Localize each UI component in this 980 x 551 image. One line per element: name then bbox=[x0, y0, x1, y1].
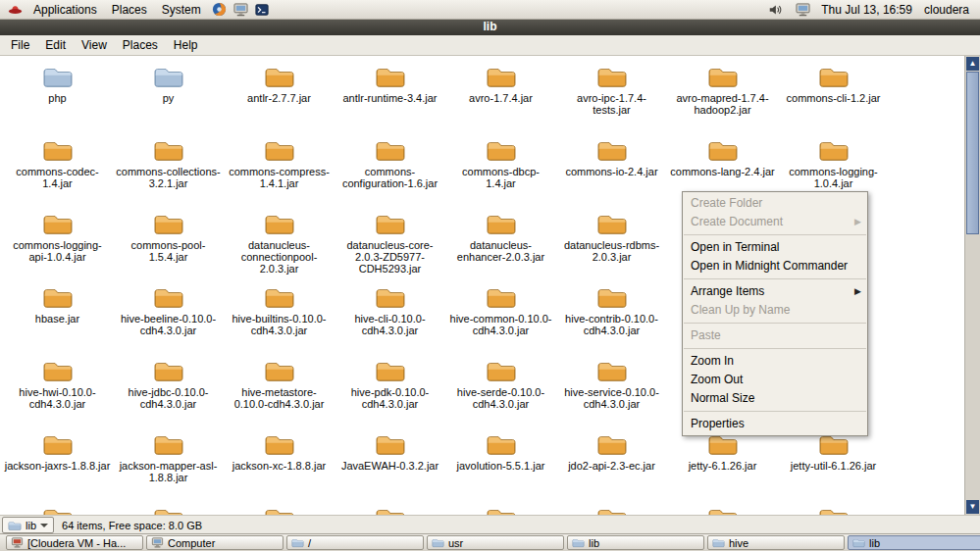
file-item[interactable]: commons-configuration-1.6.jar bbox=[335, 134, 445, 208]
file-item[interactable] bbox=[556, 502, 667, 515]
file-item[interactable]: php bbox=[2, 61, 113, 134]
file-item[interactable]: antlr-runtime-3.4.jar bbox=[335, 61, 445, 134]
file-item[interactable]: javolution-5.5.1.jar bbox=[445, 428, 556, 502]
file-item[interactable]: hive-hwi-0.10.0-cdh4.3.0.jar bbox=[2, 355, 113, 428]
file-item[interactable]: commons-codec-1.4.jar bbox=[2, 134, 113, 208]
file-label: jdo2-api-2.3-ec.jar bbox=[568, 460, 655, 472]
menu-item-arrange-items[interactable]: Arrange Items▶ bbox=[683, 282, 867, 301]
folder-icon bbox=[8, 520, 22, 531]
file-label: hive-builtins-0.10.0-cdh4.3.0.jar bbox=[227, 313, 333, 336]
file-label: commons-logging-1.0.4.jar bbox=[781, 166, 887, 189]
window-titlebar[interactable]: lib bbox=[0, 19, 980, 35]
file-item[interactable]: jetty-6.1.26.jar bbox=[667, 428, 778, 502]
menu-item-zoom-out[interactable]: Zoom Out bbox=[683, 371, 867, 389]
taskbar-window-lib[interactable]: lib bbox=[848, 535, 980, 550]
menu-places[interactable]: Places bbox=[105, 2, 154, 18]
file-item[interactable]: hive-metastore-0.10.0-cdh4.3.0.jar bbox=[224, 355, 335, 428]
taskbar-window-lib[interactable]: lib bbox=[567, 535, 704, 550]
file-item[interactable]: avro-ipc-1.7.4-tests.jar bbox=[556, 61, 667, 134]
file-item[interactable]: commons-dbcp-1.4.jar bbox=[445, 134, 556, 208]
file-item[interactable]: hive-jdbc-0.10.0-cdh4.3.0.jar bbox=[113, 355, 224, 428]
panel-clock[interactable]: Thu Jul 13, 16:59 bbox=[821, 3, 912, 17]
file-item[interactable] bbox=[2, 502, 113, 515]
file-item[interactable]: commons-pool-1.5.4.jar bbox=[113, 208, 224, 281]
menubar-file[interactable]: File bbox=[3, 36, 37, 54]
file-item[interactable]: datanucleus-core-2.0.3-ZD5977-CDH5293.ja… bbox=[335, 208, 445, 281]
file-label: commons-lang-2.4.jar bbox=[670, 166, 774, 177]
file-label: datanucleus-enhancer-2.0.3.jar bbox=[448, 239, 554, 263]
scrollbar-thumb[interactable] bbox=[966, 72, 979, 234]
file-item[interactable]: datanucleus-enhancer-2.0.3.jar bbox=[445, 208, 556, 281]
taskbar-window-hive[interactable]: hive bbox=[707, 535, 845, 550]
file-item[interactable]: hive-beeline-0.10.0-cdh4.3.0.jar bbox=[113, 281, 224, 355]
menubar-edit[interactable]: Edit bbox=[37, 36, 74, 54]
file-item[interactable]: hive-common-0.10.0-cdh4.3.0.jar bbox=[445, 281, 556, 355]
apps-icon[interactable] bbox=[232, 1, 249, 18]
scroll-down-icon[interactable]: ▼ bbox=[966, 500, 979, 514]
file-item[interactable] bbox=[335, 502, 445, 515]
taskbar-window-computer[interactable]: Computer bbox=[146, 535, 284, 550]
menu-applications[interactable]: Applications bbox=[26, 2, 104, 18]
jar-icon bbox=[264, 211, 295, 236]
jar-icon bbox=[153, 137, 184, 163]
taskbar-window-cloudera-vm-ha[interactable]: [Cloudera VM - Ha... bbox=[6, 535, 143, 550]
file-item[interactable]: hive-builtins-0.10.0-cdh4.3.0.jar bbox=[224, 281, 335, 355]
taskbar-window-label: / bbox=[308, 537, 311, 549]
file-item[interactable]: hive-cli-0.10.0-cdh4.3.0.jar bbox=[335, 281, 445, 355]
scroll-up-icon[interactable]: ▲ bbox=[966, 57, 979, 71]
menu-system[interactable]: System bbox=[155, 2, 208, 18]
taskbar-window-label: usr bbox=[448, 537, 463, 549]
file-item[interactable] bbox=[113, 502, 224, 515]
jar-icon bbox=[42, 284, 74, 310]
menu-item-open-in-terminal[interactable]: Open in Terminal bbox=[683, 238, 867, 257]
menubar-view[interactable]: View bbox=[74, 36, 115, 54]
file-item[interactable]: JavaEWAH-0.3.2.jar bbox=[335, 428, 445, 502]
jar-icon bbox=[153, 358, 184, 383]
menu-item-properties[interactable]: Properties bbox=[683, 415, 867, 433]
file-item[interactable] bbox=[445, 502, 556, 515]
file-label: hive-serde-0.10.0-cdh4.3.0.jar bbox=[448, 386, 554, 410]
taskbar-window-usr[interactable]: usr bbox=[427, 535, 564, 550]
menubar-help[interactable]: Help bbox=[166, 36, 206, 54]
menu-item-open-in-midnight-commander[interactable]: Open in Midnight Commander bbox=[683, 257, 867, 276]
file-item[interactable]: commons-logging-api-1.0.4.jar bbox=[2, 208, 113, 281]
file-item[interactable]: commons-collections-3.2.1.jar bbox=[113, 134, 224, 208]
menu-item-normal-size[interactable]: Normal Size bbox=[683, 389, 867, 408]
menubar-places[interactable]: Places bbox=[115, 36, 166, 54]
menu-item-zoom-in[interactable]: Zoom In bbox=[683, 352, 867, 371]
terminal-icon[interactable] bbox=[254, 1, 271, 18]
file-item[interactable]: hive-pdk-0.10.0-cdh4.3.0.jar bbox=[335, 355, 445, 428]
file-item[interactable]: jackson-mapper-asl-1.8.8.jar bbox=[113, 428, 224, 502]
jar-icon bbox=[818, 505, 850, 515]
file-item[interactable]: datanucleus-rdbms-2.0.3.jar bbox=[556, 208, 667, 281]
file-item[interactable]: jackson-xc-1.8.8.jar bbox=[224, 428, 335, 502]
file-item[interactable]: py bbox=[113, 61, 224, 134]
display-icon[interactable] bbox=[795, 1, 811, 18]
file-item[interactable]: avro-mapred-1.7.4-hadoop2.jar bbox=[667, 61, 778, 134]
file-item[interactable] bbox=[778, 502, 889, 515]
firefox-icon[interactable] bbox=[211, 1, 228, 18]
file-item[interactable]: hive-contrib-0.10.0-cdh4.3.0.jar bbox=[556, 281, 667, 355]
file-item[interactable]: hive-service-0.10.0-cdh4.3.0.jar bbox=[556, 355, 667, 428]
jar-icon bbox=[596, 358, 628, 383]
volume-icon[interactable] bbox=[766, 1, 783, 18]
panel-username[interactable]: cloudera bbox=[920, 3, 973, 17]
file-item[interactable]: antlr-2.7.7.jar bbox=[224, 61, 335, 134]
location-combo[interactable]: lib bbox=[2, 517, 54, 533]
taskbar-window-item[interactable]: / bbox=[286, 535, 424, 550]
file-item[interactable]: jetty-util-6.1.26.jar bbox=[778, 428, 889, 502]
file-item[interactable]: jackson-jaxrs-1.8.8.jar bbox=[2, 428, 113, 502]
file-item[interactable]: hbase.jar bbox=[2, 281, 113, 355]
vertical-scrollbar[interactable]: ▲ ▼ bbox=[964, 56, 980, 515]
file-item[interactable]: commons-io-2.4.jar bbox=[556, 134, 667, 208]
file-item[interactable]: jdo2-api-2.3-ec.jar bbox=[556, 428, 667, 502]
file-item[interactable]: commons-compress-1.4.1.jar bbox=[224, 134, 335, 208]
distro-menu-icon[interactable] bbox=[7, 1, 24, 18]
file-item[interactable] bbox=[667, 502, 778, 515]
file-item[interactable]: avro-1.7.4.jar bbox=[445, 61, 556, 134]
file-item[interactable] bbox=[224, 502, 335, 515]
file-item[interactable]: datanucleus-connectionpool-2.0.3.jar bbox=[224, 208, 335, 281]
file-item[interactable]: commons-cli-1.2.jar bbox=[778, 61, 889, 134]
jar-icon bbox=[486, 358, 517, 383]
file-item[interactable]: hive-serde-0.10.0-cdh4.3.0.jar bbox=[445, 355, 556, 428]
